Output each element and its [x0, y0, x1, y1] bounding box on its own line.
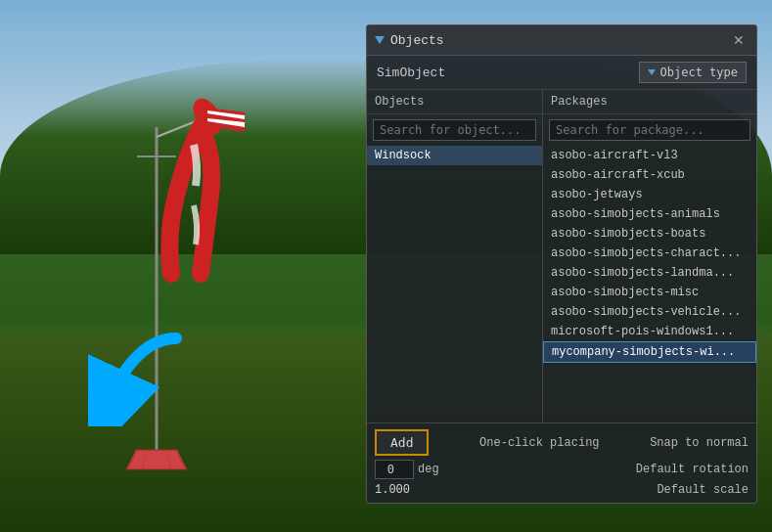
deg-input-group: deg [375, 460, 439, 479]
list-item[interactable]: asobo-simobjects-animals [543, 204, 756, 224]
snap-label: Snap to normal [650, 436, 749, 450]
search-objects-input[interactable] [373, 119, 536, 141]
panel-body: SimObject Object type Objects Windsock [367, 56, 756, 503]
objects-list: Windsock [367, 146, 542, 422]
deg-unit: deg [418, 463, 439, 476]
list-item[interactable]: asobo-simobjects-misc [543, 283, 756, 302]
simobject-row: SimObject Object type [367, 56, 756, 90]
list-item[interactable]: Windsock [367, 146, 542, 165]
list-item[interactable]: asobo-aircraft-xcub [543, 165, 756, 185]
list-item[interactable]: asobo-simobjects-vehicle... [543, 302, 756, 322]
panel-collapse-icon [375, 36, 385, 44]
packages-col-header: Packages [543, 90, 756, 114]
list-item[interactable]: microsoft-pois-windows1... [543, 322, 756, 341]
default-rotation-label: Default rotation [636, 463, 749, 476]
objects-panel: Objects ✕ SimObject Object type Objects [366, 24, 757, 504]
scale-row: 1.000 Default scale [375, 483, 749, 497]
object-type-label: Object type [660, 66, 738, 79]
default-scale-label: Default scale [657, 483, 749, 497]
add-row: Add One-click placing Snap to normal [375, 429, 749, 456]
packages-column: Packages asobo-aircraft-vl3 asobo-aircra… [543, 90, 756, 422]
bottom-controls: Add One-click placing Snap to normal deg… [367, 423, 756, 503]
rotation-row: deg Default rotation [375, 460, 749, 479]
list-item-selected[interactable]: mycompany-simobjects-wi... [543, 341, 756, 363]
object-type-button[interactable]: Object type [639, 62, 747, 83]
list-item[interactable]: asobo-jetways [543, 185, 756, 204]
scale-value: 1.000 [375, 483, 410, 497]
list-item[interactable]: asobo-simobjects-boats [543, 224, 756, 244]
panel-title: Objects [390, 33, 444, 48]
panel-title-left: Objects [375, 33, 444, 48]
two-column-area: Objects Windsock Packages asobo-aircraft… [367, 90, 756, 423]
search-packages-input[interactable] [549, 119, 750, 141]
windsock-decoration [49, 78, 264, 489]
background: Objects ✕ SimObject Object type Objects [0, 0, 772, 532]
objects-column: Objects Windsock [367, 90, 543, 422]
list-item[interactable]: asobo-simobjects-landma... [543, 263, 756, 283]
close-button[interactable]: ✕ [729, 30, 749, 50]
panel-titlebar: Objects ✕ [367, 25, 756, 56]
add-button[interactable]: Add [375, 429, 429, 456]
objects-col-header: Objects [367, 90, 542, 114]
packages-list: asobo-aircraft-vl3 asobo-aircraft-xcub a… [543, 146, 756, 422]
simobject-label: SimObject [377, 66, 445, 80]
deg-input[interactable] [375, 460, 414, 479]
list-item[interactable]: asobo-aircraft-vl3 [543, 146, 756, 165]
object-type-icon [648, 69, 656, 75]
one-click-label: One-click placing [479, 436, 599, 450]
list-item[interactable]: asobo-simobjects-charact... [543, 244, 756, 263]
